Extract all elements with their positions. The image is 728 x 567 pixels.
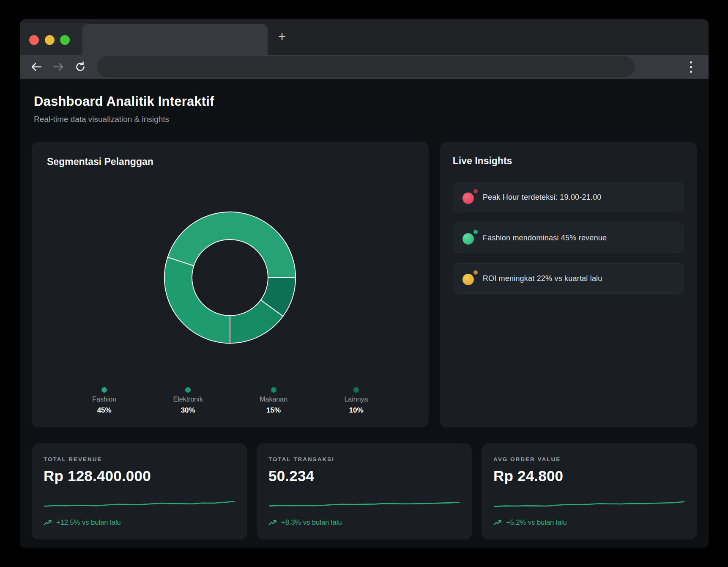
trend-text: +5.2% vs bulan lalu	[506, 518, 567, 526]
stat-label: AVG ORDER VALUE	[493, 456, 685, 462]
legend-dot-icon	[101, 387, 107, 393]
legend-dot-icon	[185, 387, 191, 393]
status-ball-red-icon	[462, 188, 479, 206]
trending-up-icon	[44, 519, 52, 526]
sparkline-chart	[44, 495, 235, 512]
sparkline-chart	[268, 495, 460, 512]
legend-value: 15%	[266, 406, 281, 415]
legend-value: 45%	[97, 406, 112, 415]
segmentation-card: Segmentasi Pelanggan Fashion 45% Elektro…	[32, 142, 429, 427]
stat-label: TOTAL TRANSAKSI	[268, 456, 460, 462]
back-arrow-icon	[31, 62, 42, 72]
reload-icon	[75, 61, 86, 72]
trending-up-icon	[268, 519, 277, 526]
stat-card-avg-order-value: AVG ORDER VALUE Rp 24.800 +5.2% vs bulan…	[482, 443, 697, 539]
donut-legend: Fashion 45% Elektronik 30% Makanan 15%	[47, 387, 413, 415]
trend-text: +8.3% vs bulan lalu	[281, 518, 342, 526]
page-title: Dashboard Analitik Interaktif	[34, 94, 697, 109]
stat-value: Rp 24.800	[493, 468, 685, 484]
stat-value: 50.234	[268, 468, 460, 484]
legend-label: Elektronik	[173, 396, 203, 403]
page-content: Dashboard Analitik Interaktif Real-time …	[20, 94, 709, 539]
status-ball-yellow-icon	[462, 270, 479, 287]
donut-chart-area	[47, 168, 413, 387]
kebab-menu-icon	[690, 61, 692, 63]
stat-card-total-revenue: TOTAL REVENUE Rp 128.400.000 +12.5% vs b…	[32, 443, 247, 539]
insight-text: Peak Hour terdeteksi: 19.00-21.00	[483, 193, 602, 202]
traffic-lights	[20, 23, 90, 55]
insight-item-roi[interactable]: ROI meningkat 22% vs kuartal lalu	[453, 263, 684, 294]
insight-text: ROI meningkat 22% vs kuartal lalu	[483, 274, 602, 283]
trending-up-icon	[493, 519, 502, 526]
browser-window: +	[20, 19, 709, 548]
stat-card-total-transaksi: TOTAL TRANSAKSI 50.234 +8.3% vs bulan la…	[257, 443, 472, 539]
insight-text: Fashion mendominasi 45% revenue	[483, 234, 607, 242]
legend-dot-icon	[271, 387, 276, 393]
address-bar-input[interactable]	[97, 56, 635, 77]
stat-label: TOTAL REVENUE	[44, 456, 235, 462]
tab-strip: +	[20, 19, 709, 55]
browser-menu-button[interactable]	[687, 61, 695, 73]
sparkline-chart	[493, 495, 685, 512]
legend-item-elektronik: Elektronik 30%	[173, 387, 203, 415]
trend-row: +8.3% vs bulan lalu	[268, 518, 460, 526]
insight-item-fashion-revenue[interactable]: Fashion mendominasi 45% revenue	[453, 223, 684, 253]
status-ball-green-icon	[462, 229, 479, 247]
donut-chart[interactable]	[159, 206, 301, 349]
maximize-window-button[interactable]	[60, 35, 70, 45]
legend-item-lainnya: Lainnya 10%	[344, 387, 368, 415]
page-subtitle: Real-time data visualization & insights	[34, 115, 697, 124]
reload-button[interactable]	[73, 60, 88, 74]
live-insights-card: Live Insights Peak Hour terdeteksi: 19.0…	[440, 142, 697, 427]
legend-label: Fashion	[92, 396, 116, 403]
legend-value: 30%	[181, 406, 195, 415]
forward-button[interactable]	[51, 60, 66, 74]
segmentation-card-title: Segmentasi Pelanggan	[47, 156, 413, 168]
forward-arrow-icon	[53, 62, 64, 72]
legend-label: Makanan	[260, 396, 287, 403]
back-button[interactable]	[29, 60, 44, 74]
stat-value: Rp 128.400.000	[44, 468, 235, 484]
trend-row: +12.5% vs bulan lalu	[44, 518, 235, 526]
legend-item-makanan: Makanan 15%	[260, 387, 287, 415]
insight-item-peak-hour[interactable]: Peak Hour terdeteksi: 19.00-21.00	[453, 182, 684, 212]
desktop-background: +	[0, 0, 728, 567]
browser-toolbar	[20, 55, 709, 79]
legend-dot-icon	[353, 387, 359, 393]
browser-tab[interactable]	[82, 24, 268, 55]
trend-text: +12.5% vs bulan lalu	[56, 518, 121, 526]
legend-item-fashion: Fashion 45%	[92, 387, 116, 415]
live-insights-title: Live Insights	[453, 155, 684, 167]
minimize-window-button[interactable]	[45, 35, 55, 45]
new-tab-button[interactable]: +	[274, 28, 290, 45]
close-window-button[interactable]	[29, 35, 39, 45]
trend-row: +5.2% vs bulan lalu	[493, 518, 685, 526]
legend-label: Lainnya	[344, 396, 368, 403]
legend-value: 10%	[349, 406, 363, 415]
